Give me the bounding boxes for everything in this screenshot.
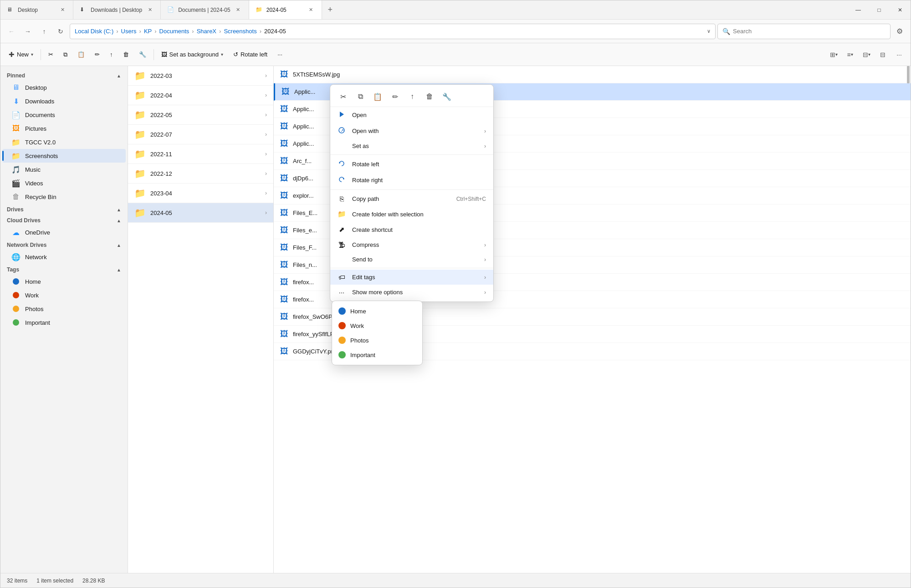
ctx-paste-button[interactable]: 📋 bbox=[369, 89, 386, 104]
ctx-properties-button[interactable]: 🔧 bbox=[439, 89, 455, 104]
tab-desktop[interactable]: 🖥 Desktop ✕ bbox=[0, 0, 73, 19]
ctx-open-with[interactable]: ↗ Open with › bbox=[330, 123, 493, 139]
sidebar-item-documents[interactable]: 📄 Documents 📌 bbox=[2, 108, 126, 122]
bc-screenshots[interactable]: Screenshots bbox=[224, 28, 256, 35]
submenu-tag-work[interactable]: Work bbox=[332, 318, 422, 333]
sidebar-item-pictures[interactable]: 🖼 Pictures 📌 bbox=[2, 122, 126, 135]
folder-2024-05[interactable]: 📁 2024-05 › bbox=[128, 203, 273, 223]
breadcrumb-dropdown[interactable]: ∨ bbox=[707, 28, 711, 34]
ctx-edit-tags[interactable]: 🏷 Edit tags › bbox=[330, 270, 493, 285]
folder-2022-05[interactable]: 📁 2022-05 › bbox=[128, 105, 273, 125]
ctx-copy-button[interactable]: ⧉ bbox=[352, 89, 368, 104]
toolbar-more-button[interactable]: ··· bbox=[273, 49, 287, 60]
pane-button[interactable]: ⊟ bbox=[875, 47, 891, 62]
tab-documents[interactable]: 📄 Documents | 2024-05 ✕ bbox=[161, 0, 249, 19]
ctx-compress-icon: 🗜 bbox=[338, 241, 346, 249]
ctx-send-to[interactable]: Send to › bbox=[330, 252, 493, 266]
sidebar-item-onedrive[interactable]: ☁ OneDrive 📌 bbox=[2, 225, 126, 239]
new-button[interactable]: ✚ New ▾ bbox=[4, 48, 38, 61]
properties-button[interactable]: 🔧 bbox=[134, 49, 151, 60]
bc-users[interactable]: Users bbox=[121, 28, 137, 35]
ctx-copy-path[interactable]: ⎘ Copy path Ctrl+Shift+C bbox=[330, 191, 493, 206]
folder-2022-07[interactable]: 📁 2022-07 › bbox=[128, 125, 273, 144]
tab-documents-close[interactable]: ✕ bbox=[234, 6, 242, 14]
bc-kp[interactable]: KP bbox=[144, 28, 152, 35]
sidebar-item-videos[interactable]: 🎬 Videos 📌 bbox=[2, 176, 126, 190]
file-item-f1[interactable]: 🖼 5XTtSEMSsW.jpg bbox=[274, 66, 911, 83]
ctx-rotate-right[interactable]: Rotate right bbox=[330, 172, 493, 188]
scrollbar-handle[interactable] bbox=[907, 66, 910, 84]
tab-downloads[interactable]: ⬇ Downloads | Desktop ✕ bbox=[73, 0, 161, 19]
refresh-button[interactable]: ↻ bbox=[53, 24, 68, 39]
ctx-show-more[interactable]: ··· Show more options › bbox=[330, 285, 493, 300]
view-button[interactable]: ⊞ ▾ bbox=[826, 47, 841, 62]
ctx-rename-button[interactable]: ✏ bbox=[387, 89, 403, 104]
cloud-drives-section-header[interactable]: Cloud Drives ▲ bbox=[0, 215, 128, 225]
folder-2022-11[interactable]: 📁 2022-11 › bbox=[128, 144, 273, 164]
set-as-background-button[interactable]: 🖼 Set as background ▾ bbox=[157, 49, 228, 60]
copy-button[interactable]: ⧉ bbox=[59, 49, 72, 61]
sidebar-item-recycle[interactable]: 🗑 Recycle Bin 📌 bbox=[2, 190, 126, 204]
maximize-button[interactable]: □ bbox=[869, 0, 890, 19]
sidebar-item-tag-work[interactable]: Work bbox=[2, 288, 126, 302]
sidebar-item-desktop[interactable]: 🖥 Desktop 📌 bbox=[2, 81, 126, 94]
sidebar-item-tgcc[interactable]: 📁 TGCC V2.0 📌 bbox=[2, 135, 126, 149]
new-tab-button[interactable]: + bbox=[322, 0, 338, 19]
cut-button[interactable]: ✂ bbox=[44, 49, 58, 60]
sort-button[interactable]: ≡ ▾ bbox=[842, 47, 858, 62]
settings-button[interactable]: ⚙ bbox=[892, 24, 907, 39]
layout-button[interactable]: ⊟ ▾ bbox=[859, 47, 874, 62]
folder-2023-04[interactable]: 📁 2023-04 › bbox=[128, 184, 273, 203]
ctx-open[interactable]: Open bbox=[330, 107, 493, 123]
submenu-tag-important[interactable]: Important bbox=[332, 348, 422, 362]
folder-2022-12[interactable]: 📁 2022-12 › bbox=[128, 164, 273, 184]
rename-button[interactable]: ✏ bbox=[90, 49, 104, 60]
sidebar-item-downloads[interactable]: ⬇ Downloads 📌 bbox=[2, 94, 126, 108]
up-button[interactable]: ↑ bbox=[37, 24, 51, 39]
toolbar-more2-button[interactable]: ··· bbox=[891, 47, 907, 62]
tabs-area: 🖥 Desktop ✕ ⬇ Downloads | Desktop ✕ 📄 Do… bbox=[0, 0, 848, 19]
tab-desktop-close[interactable]: ✕ bbox=[58, 6, 67, 14]
close-button[interactable]: ✕ bbox=[890, 0, 911, 19]
paste-button[interactable]: 📋 bbox=[73, 49, 89, 60]
sidebar-item-screenshots[interactable]: 📁 Screenshots 📌 bbox=[2, 149, 126, 163]
minimize-button[interactable]: — bbox=[848, 0, 869, 19]
submenu-tag-home[interactable]: Home bbox=[332, 304, 422, 318]
breadcrumb[interactable]: Local Disk (C:) › Users › KP › Documents… bbox=[70, 24, 716, 39]
drives-section-header[interactable]: Drives ▲ bbox=[0, 204, 128, 215]
ctx-share-button[interactable]: ↑ bbox=[404, 89, 420, 104]
ctx-create-shortcut[interactable]: ⬈ Create shortcut bbox=[330, 222, 493, 237]
forward-button[interactable]: → bbox=[20, 24, 35, 39]
ctx-rotate-left[interactable]: Rotate left bbox=[330, 156, 493, 172]
new-label: New bbox=[17, 51, 29, 58]
toolbar-more2-icon: ··· bbox=[896, 51, 902, 58]
folder-2022-04[interactable]: 📁 2022-04 › bbox=[128, 86, 273, 105]
tab-downloads-close[interactable]: ✕ bbox=[146, 6, 154, 14]
search-input[interactable] bbox=[733, 28, 885, 35]
ctx-delete-button[interactable]: 🗑 bbox=[421, 89, 438, 104]
bc-documents[interactable]: Documents bbox=[159, 28, 189, 35]
tags-section-header[interactable]: Tags ▲ bbox=[0, 264, 128, 275]
delete-button[interactable]: 🗑 bbox=[118, 49, 133, 60]
sidebar-item-network[interactable]: 🌐 Network 📌 bbox=[2, 250, 126, 264]
submenu-tag-photos[interactable]: Photos bbox=[332, 333, 422, 348]
ctx-set-as[interactable]: Set as › bbox=[330, 139, 493, 153]
ctx-create-folder[interactable]: 📁 Create folder with selection bbox=[330, 206, 493, 222]
sidebar-item-tag-important[interactable]: Important bbox=[2, 316, 126, 329]
ctx-compress[interactable]: 🗜 Compress › bbox=[330, 237, 493, 252]
sidebar-item-tag-home[interactable]: Home bbox=[2, 275, 126, 288]
folder-2022-03[interactable]: 📁 2022-03 › bbox=[128, 66, 273, 86]
bc-local-disk[interactable]: Local Disk (C:) bbox=[75, 28, 113, 35]
rotate-left-button[interactable]: ↺ Rotate left bbox=[229, 49, 272, 60]
tab-2024-05[interactable]: 📁 2024-05 ✕ bbox=[249, 0, 322, 19]
share-button[interactable]: ↑ bbox=[105, 49, 118, 60]
tab-2024-05-close[interactable]: ✕ bbox=[307, 6, 315, 14]
network-drives-section-header[interactable]: Network Drives ▲ bbox=[0, 239, 128, 250]
pinned-section-header[interactable]: Pinned ▲ bbox=[0, 70, 128, 81]
ctx-cut-button[interactable]: ✂ bbox=[335, 89, 351, 104]
sidebar-item-music[interactable]: 🎵 Music 📌 bbox=[2, 163, 126, 176]
bc-sharex[interactable]: ShareX bbox=[197, 28, 216, 35]
search-box[interactable]: 🔍 bbox=[717, 24, 891, 39]
sidebar-item-tag-photos[interactable]: Photos bbox=[2, 302, 126, 316]
back-button[interactable]: ← bbox=[4, 24, 19, 39]
